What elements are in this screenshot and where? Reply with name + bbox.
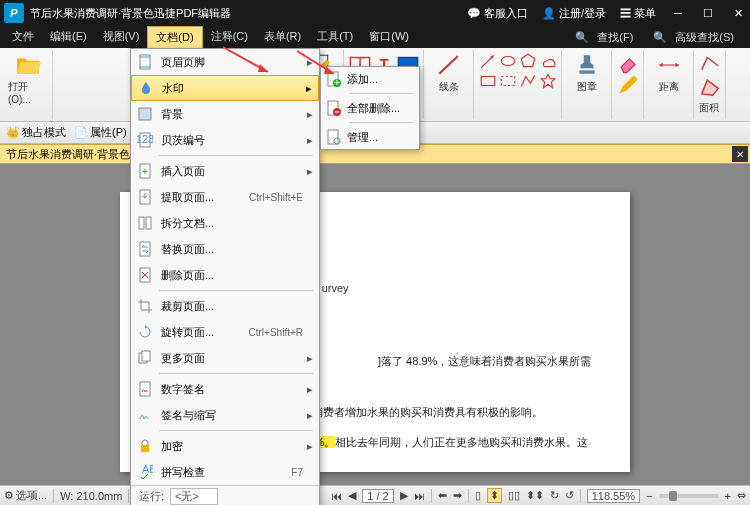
menu-watermark[interactable]: 水印	[131, 75, 319, 101]
nav-back-button[interactable]: ⬅	[438, 489, 447, 502]
run-select[interactable]: <无>	[170, 488, 218, 505]
single-page-icon[interactable]: ▯	[475, 489, 481, 502]
fit-width-icon[interactable]: ⇔	[737, 489, 746, 502]
menu-extract-pages[interactable]: 提取页面...Ctrl+Shift+E	[131, 184, 319, 210]
find-button[interactable]: 🔍查找(F)	[569, 24, 645, 51]
spellcheck-icon: ABC	[137, 464, 153, 480]
manage-icon	[325, 129, 341, 145]
split-icon	[137, 215, 153, 231]
next-page-button[interactable]: ▶	[400, 489, 408, 502]
area-icon[interactable]	[699, 76, 721, 98]
menu-header-footer[interactable]: 页眉页脚	[131, 49, 319, 75]
svg-rect-38	[142, 351, 150, 361]
replace-icon	[137, 241, 153, 257]
adv-find-button[interactable]: 🔍高级查找(S)	[647, 24, 746, 51]
zoom-value[interactable]: 118.55%	[587, 489, 640, 503]
polygon-shape-icon[interactable]	[519, 52, 537, 70]
delete-all-icon	[325, 100, 341, 116]
cloud-shape-icon[interactable]	[539, 52, 557, 70]
minimize-button[interactable]: ─	[670, 7, 686, 19]
menu-bates[interactable]: 123贝茨编号	[131, 127, 319, 153]
nav-fwd-button[interactable]: ➡	[453, 489, 462, 502]
prev-page-button[interactable]: ◀	[348, 489, 356, 502]
menu-more-pages[interactable]: 更多页面	[131, 345, 319, 371]
submenu-delete-all[interactable]: 全部删除...	[321, 96, 419, 120]
tab-close-button[interactable]: ✕	[732, 146, 748, 162]
last-page-button[interactable]: ⏭	[414, 490, 425, 502]
properties-button[interactable]: 📄 属性(P)	[74, 125, 127, 140]
menu-spellcheck[interactable]: ABC拼写检查F7	[131, 459, 319, 485]
menu-crop-pages[interactable]: 裁剪页面...	[131, 293, 319, 319]
close-button[interactable]: ✕	[730, 7, 746, 20]
svg-rect-48	[328, 130, 338, 144]
open-button[interactable]: 打开(O)...	[8, 52, 48, 105]
svg-rect-32	[146, 217, 151, 229]
options-button[interactable]: ⚙ 选项...	[4, 488, 47, 503]
perimeter-icon[interactable]	[699, 52, 721, 74]
menu-button[interactable]: ☰ 菜单	[620, 6, 656, 21]
pencil-icon[interactable]	[617, 74, 639, 96]
insert-page-icon: +	[137, 163, 153, 179]
menu-background[interactable]: 背景	[131, 101, 319, 127]
menu-comment[interactable]: 注释(C)	[203, 26, 256, 49]
menu-insert-pages[interactable]: +插入页面	[131, 158, 319, 184]
svg-marker-15	[521, 54, 535, 66]
menu-form[interactable]: 表单(R)	[256, 26, 309, 49]
star-shape-icon[interactable]	[539, 72, 557, 90]
menu-edit[interactable]: 编辑(E)	[42, 26, 95, 49]
initials-icon	[137, 407, 153, 423]
rect-dash-icon[interactable]	[499, 72, 517, 90]
svg-rect-25	[139, 108, 151, 120]
ellipse-shape-icon[interactable]	[499, 52, 517, 70]
crop-icon	[137, 298, 153, 314]
menu-window[interactable]: 窗口(W)	[361, 26, 417, 49]
rotate-icon	[137, 324, 153, 340]
rotate-cw-icon[interactable]: ↻	[550, 489, 559, 502]
svg-rect-33	[140, 242, 150, 256]
rect-shape-icon[interactable]	[479, 72, 497, 90]
menu-file[interactable]: 文件	[4, 26, 42, 49]
menu-replace-pages[interactable]: 替换页面...	[131, 236, 319, 262]
page-number[interactable]: 1 / 2	[362, 489, 393, 503]
menu-document[interactable]: 文档(D)	[147, 26, 202, 49]
zoom-slider[interactable]	[659, 494, 719, 498]
menu-delete-pages[interactable]: 删除页面...	[131, 262, 319, 288]
menu-run-row: 运行:<无>	[131, 485, 319, 505]
menu-rotate-pages[interactable]: 旋转页面...Ctrl+Shift+R	[131, 319, 319, 345]
login-link[interactable]: 👤 注册/登录	[542, 6, 606, 21]
service-link[interactable]: 💬 客服入口	[467, 6, 528, 21]
document-tab[interactable]: 节后水果消费调研·背景色	[6, 147, 130, 162]
watermark-icon	[138, 80, 154, 96]
zoom-in-button[interactable]: +	[725, 490, 731, 502]
polyline-shape-icon[interactable]	[519, 72, 537, 90]
continuous-icon[interactable]: ⬍	[487, 488, 502, 503]
menu-digital-sign[interactable]: 数字签名	[131, 376, 319, 402]
window-title: 节后水果消费调研·背景色迅捷PDF编辑器	[30, 6, 467, 21]
zoom-out-button[interactable]: −	[646, 490, 652, 502]
stamp-button[interactable]: 图章	[567, 52, 607, 94]
document-menu-dropdown: 页眉页脚 水印 背景 123贝茨编号 +插入页面 提取页面...Ctrl+Shi…	[130, 48, 320, 505]
folder-open-icon	[15, 52, 41, 78]
line-button[interactable]: 线条	[429, 52, 469, 94]
app-logo: P	[4, 3, 24, 23]
submenu-add[interactable]: +添加...	[321, 67, 419, 91]
maximize-button[interactable]: ☐	[700, 7, 716, 20]
menu-encrypt[interactable]: 加密	[131, 433, 319, 459]
first-page-button[interactable]: ⏮	[331, 490, 342, 502]
rotate-ccw-icon[interactable]: ↺	[565, 489, 574, 502]
signature-icon	[137, 381, 153, 397]
two-continuous-icon[interactable]: ⬍⬍	[526, 489, 544, 502]
menu-split-doc[interactable]: 拆分文档...	[131, 210, 319, 236]
menu-tool[interactable]: 工具(T)	[309, 26, 361, 49]
exclusive-mode-button[interactable]: 👑 独占模式	[6, 125, 66, 140]
svg-rect-19	[579, 70, 594, 73]
menu-view[interactable]: 视图(V)	[95, 26, 148, 49]
menu-sign-initials[interactable]: 签名与缩写	[131, 402, 319, 428]
two-page-icon[interactable]: ▯▯	[508, 489, 520, 502]
more-pages-icon	[137, 350, 153, 366]
submenu-manage[interactable]: 管理...	[321, 125, 419, 149]
eraser-icon[interactable]	[617, 52, 639, 74]
distance-button[interactable]: 距离	[649, 52, 689, 94]
add-icon: +	[325, 71, 341, 87]
arrow-shape-icon[interactable]	[479, 52, 497, 70]
